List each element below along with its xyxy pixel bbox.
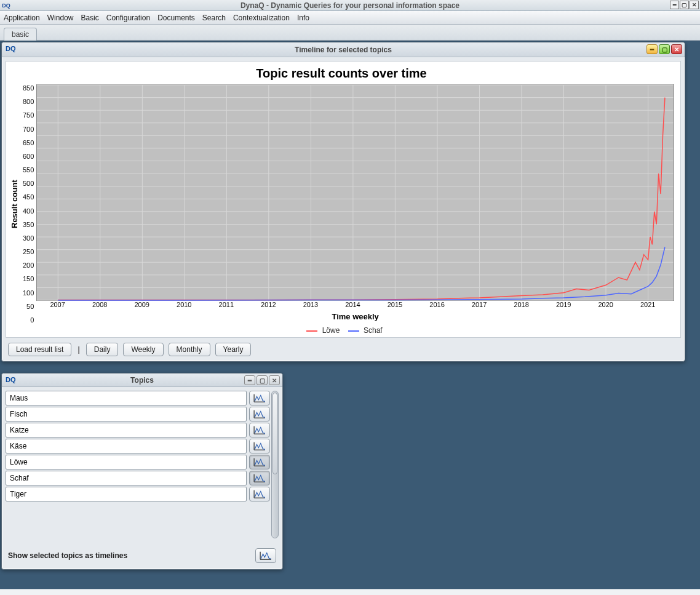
topic-timeline-toggle[interactable] (249, 407, 270, 421)
topics-window-title: Topics (2, 376, 282, 385)
show-selected-label: Show selected topics as timelines (8, 551, 250, 560)
menu-basic[interactable]: Basic (81, 14, 98, 22)
x-tick: 2010 (177, 301, 191, 308)
timeline-maximize-button[interactable]: ▢ (659, 44, 670, 54)
timeline-titlebar[interactable]: DQ Timeline for selected topics ━ ▢ ✕ (2, 42, 685, 57)
y-tick: 200 (23, 262, 34, 269)
tab-basic[interactable]: basic (4, 28, 37, 41)
topic-input[interactable] (6, 423, 247, 437)
timeline-icon (253, 393, 266, 403)
timeline-icon (253, 441, 266, 451)
topics-titlebar[interactable]: DQ Topics ━ ▢ ✕ (2, 373, 282, 387)
menu-window[interactable]: Window (47, 14, 74, 22)
y-tick: 450 (23, 193, 34, 201)
legend-label-lowe: Löwe (322, 326, 340, 335)
topic-input[interactable] (6, 487, 247, 501)
x-tick: 2013 (303, 301, 318, 308)
y-tick: 100 (23, 289, 34, 297)
x-axis-ticks: 2007200820092010201120122013201420152016… (36, 301, 674, 311)
timeline-minimize-button[interactable]: ━ (646, 44, 658, 54)
topic-input[interactable] (6, 455, 247, 469)
button-separator: | (76, 345, 81, 354)
x-axis-label: Time weekly (36, 312, 674, 321)
desktop: DQ Timeline for selected topics ━ ▢ ✕ To… (0, 41, 700, 589)
x-tick: 2019 (556, 301, 571, 308)
y-axis-ticks: 8508007507006506005505004504003503002502… (20, 84, 36, 324)
chart-legend: Löwe Schaf (9, 324, 674, 335)
x-tick: 2017 (472, 301, 487, 308)
legend-swatch-schaf (348, 330, 359, 332)
window-icon: DQ (6, 45, 16, 52)
monthly-button[interactable]: Monthly (169, 343, 210, 356)
y-tick: 800 (23, 98, 34, 105)
timeline-icon (253, 473, 266, 483)
legend-swatch-lowe (306, 330, 317, 332)
y-tick: 700 (23, 126, 34, 133)
topics-maximize-button[interactable]: ▢ (257, 375, 268, 385)
yearly-button[interactable]: Yearly (215, 343, 252, 356)
y-tick: 400 (23, 207, 34, 215)
outer-minimize-button[interactable]: ━ (670, 1, 679, 9)
menu-contextualization[interactable]: Contextualization (233, 14, 290, 22)
app-icon: DQ (2, 1, 10, 10)
y-tick: 350 (23, 221, 34, 228)
x-tick: 2020 (598, 301, 613, 308)
timeline-icon (253, 489, 266, 499)
topic-row (6, 439, 270, 453)
topic-timeline-toggle[interactable] (249, 455, 270, 469)
topic-row (6, 471, 270, 485)
chart-plot-area (36, 84, 674, 301)
x-tick: 2012 (261, 301, 276, 308)
timeline-close-button[interactable]: ✕ (671, 44, 682, 54)
menu-application[interactable]: Application (4, 14, 40, 22)
topic-timeline-toggle[interactable] (249, 391, 270, 405)
topic-timeline-toggle[interactable] (249, 439, 270, 453)
timeline-icon (253, 425, 266, 435)
daily-button[interactable]: Daily (86, 343, 119, 356)
topic-row (6, 455, 270, 469)
topic-timeline-toggle[interactable] (249, 471, 270, 485)
y-tick: 500 (23, 180, 34, 187)
menu-documents[interactable]: Documents (157, 14, 195, 22)
app-title: DynaQ - Dynamic Queries for your persona… (241, 1, 459, 10)
topics-close-button[interactable]: ✕ (269, 375, 280, 385)
timeline-button-row: Load result list | Daily Weekly Monthly … (6, 338, 681, 357)
topics-window: DQ Topics ━ ▢ ✕ Show selected topics as … (1, 373, 283, 570)
topic-input[interactable] (6, 407, 247, 421)
y-axis-label: Result count (9, 84, 20, 324)
outer-maximize-button[interactable]: ▢ (680, 1, 689, 9)
x-tick: 2016 (429, 301, 444, 308)
menu-info[interactable]: Info (297, 14, 309, 22)
menu-search[interactable]: Search (202, 14, 226, 22)
statusbar (0, 589, 700, 595)
tabbar: basic (0, 25, 700, 41)
timeline-window-title: Timeline for selected topics (2, 46, 685, 54)
topic-timeline-toggle[interactable] (249, 487, 270, 501)
x-tick: 2018 (514, 301, 528, 308)
series-Schaf (58, 247, 666, 300)
x-tick: 2008 (92, 301, 107, 308)
y-tick: 850 (23, 84, 34, 92)
topic-row (6, 423, 270, 437)
app-titlebar: DQ DynaQ - Dynamic Queries for your pers… (0, 0, 700, 11)
x-tick: 2015 (388, 301, 402, 308)
topic-input[interactable] (6, 391, 247, 405)
topic-input[interactable] (6, 471, 247, 485)
show-selected-timelines-button[interactable] (255, 548, 276, 563)
outer-close-button[interactable]: ✕ (690, 1, 699, 9)
topic-row (6, 391, 270, 405)
y-tick: 300 (23, 234, 34, 242)
topics-scrollbar[interactable] (271, 391, 279, 538)
timeline-window: DQ Timeline for selected topics ━ ▢ ✕ To… (1, 42, 685, 362)
y-tick: 250 (23, 248, 34, 255)
topic-input[interactable] (6, 439, 247, 453)
x-tick: 2009 (134, 301, 149, 308)
x-tick: 2011 (219, 301, 234, 308)
timeline-icon (253, 409, 266, 419)
load-result-list-button[interactable]: Load result list (8, 343, 71, 356)
window-icon: DQ (6, 376, 16, 383)
topic-timeline-toggle[interactable] (249, 423, 270, 437)
topics-minimize-button[interactable]: ━ (244, 375, 255, 385)
weekly-button[interactable]: Weekly (123, 343, 163, 356)
menu-configuration[interactable]: Configuration (106, 14, 150, 22)
